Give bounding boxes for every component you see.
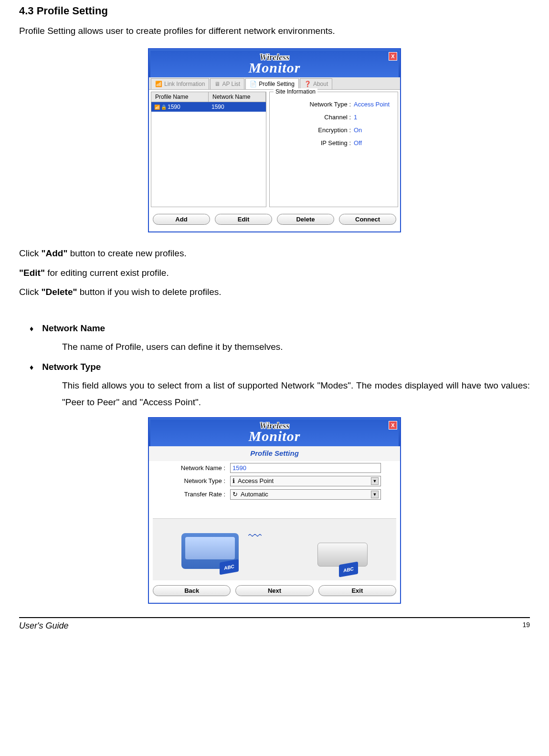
info-row-ip-setting: IP Setting : Off: [275, 139, 392, 147]
tab-label: Link Information: [164, 81, 205, 87]
profile-row[interactable]: 📶 🔒 1590 1590: [151, 102, 266, 112]
tab-ap-list[interactable]: 🖥 AP List: [210, 78, 244, 89]
form-area: Network Name : Network Type : ℹ Access P…: [149, 461, 400, 518]
header-network-name[interactable]: Network Name: [209, 92, 266, 102]
tab-link-information[interactable]: 📶 Link Information: [151, 78, 209, 89]
list-header: Profile Name Network Name: [151, 92, 266, 102]
def-body-network-type: This field allows you to select from a l…: [62, 377, 530, 410]
info-row-encryption: Encryption : On: [275, 126, 392, 134]
info-value: On: [354, 126, 392, 134]
chevron-down-icon: ▼: [371, 491, 379, 498]
profile-name-value: 1590: [168, 104, 180, 110]
page-number: 19: [522, 621, 530, 631]
app-logo: Wireless Monitor: [249, 421, 301, 444]
diamond-bullet-icon: ♦: [30, 363, 33, 372]
help-icon: ❓: [304, 81, 311, 87]
diamond-bullet-icon: ♦: [30, 325, 33, 333]
tab-profile-setting[interactable]: 📄 Profile Setting: [245, 78, 299, 89]
def-item-network-type: ♦ Network Type: [19, 362, 530, 372]
profile-list: Profile Name Network Name 📶 🔒 1590 1590: [151, 92, 266, 207]
page-footer: User's Guide 19: [19, 617, 530, 631]
wireless-monitor-window-2: X Wireless Monitor Profile Setting Netwo…: [148, 417, 401, 604]
cell-profile-name: 📶 🔒 1590: [151, 102, 209, 112]
back-button[interactable]: Back: [153, 585, 231, 596]
site-information-panel: Site Information Network Type : Access P…: [269, 92, 398, 207]
logo-monitor: Monitor: [249, 428, 301, 444]
def-body-network-name: The name of Profile, users can define it…: [62, 338, 530, 355]
form-row-transfer-rate: Transfer Rate : ↻ Automatic ▼: [168, 489, 381, 500]
titlebar-inner: X Wireless Monitor: [150, 420, 399, 446]
content-area: Profile Name Network Name 📶 🔒 1590 1590 …: [149, 90, 400, 209]
definition-list: ♦ Network Name The name of Profile, user…: [19, 323, 530, 410]
tab-label: Profile Setting: [259, 81, 295, 87]
close-button[interactable]: X: [389, 421, 397, 430]
instruction-delete: Click "Delete" button if you wish to del…: [19, 285, 530, 299]
exit-button[interactable]: Exit: [318, 585, 396, 596]
info-label: Network Type :: [310, 101, 351, 108]
wireless-monitor-window-1: X Wireless Monitor 📶 Link Information 🖥 …: [148, 48, 401, 232]
chevron-down-icon: ▼: [371, 477, 379, 485]
def-item-network-name: ♦ Network Name: [19, 323, 530, 334]
app-logo: Wireless Monitor: [249, 52, 301, 76]
section-title: 4.3 Profile Setting: [19, 5, 530, 17]
form-row-network-name: Network Name :: [168, 463, 381, 473]
network-name-input[interactable]: [230, 463, 381, 473]
info-value: 1: [354, 114, 392, 121]
network-type-select[interactable]: ℹ Access Point ▼: [230, 476, 381, 486]
list-icon: 🖥: [214, 81, 220, 87]
info-row-channel: Channel : 1: [275, 114, 392, 121]
abc-label-icon: ABC: [220, 559, 239, 575]
header-profile-name[interactable]: Profile Name: [151, 92, 209, 102]
info-label: Encryption :: [318, 126, 351, 134]
footer-left: User's Guide: [19, 621, 68, 631]
form-label: Network Name :: [168, 464, 230, 472]
tab-label: About: [313, 81, 328, 87]
intro-text: Profile Setting allows user to create pr…: [19, 26, 530, 36]
logo-monitor: Monitor: [249, 60, 301, 75]
tab-about[interactable]: ❓ About: [300, 78, 332, 89]
auto-icon: ↻: [232, 491, 238, 498]
info-row-network-type: Network Type : Access Point: [275, 101, 392, 108]
titlebar: X Wireless Monitor: [149, 418, 400, 446]
button-row: Add Edit Delete Connect: [149, 209, 400, 231]
illustration: 〰 ABC ABC: [153, 518, 396, 580]
info-value: Access Point: [354, 101, 392, 108]
connect-button[interactable]: Connect: [339, 214, 396, 225]
titlebar: X Wireless Monitor: [149, 49, 400, 77]
delete-button[interactable]: Delete: [277, 214, 334, 225]
transfer-rate-select[interactable]: ↻ Automatic ▼: [230, 489, 381, 500]
subtitle-profile-setting: Profile Setting: [149, 446, 400, 461]
tab-label: AP List: [222, 81, 240, 87]
def-title: Network Name: [42, 323, 105, 334]
site-info-title: Site Information: [274, 88, 317, 95]
instruction-add: Click "Add" button to create new profile…: [19, 247, 530, 261]
ap-icon: ℹ: [232, 477, 235, 484]
info-label: Channel :: [324, 114, 351, 121]
select-value: Access Point: [238, 477, 274, 484]
signal-waves-icon: 〰: [248, 528, 262, 544]
router-icon: [317, 543, 368, 567]
ap-icon: 📶: [154, 105, 160, 110]
def-title: Network Type: [42, 362, 101, 372]
abc-label-icon: ABC: [339, 561, 358, 577]
form-row-network-type: Network Type : ℹ Access Point ▼: [168, 476, 381, 486]
instruction-edit: "Edit" for editing current exist profile…: [19, 266, 530, 280]
info-value: Off: [354, 139, 392, 147]
signal-icon: 📶: [155, 81, 162, 87]
profile-icon: 📄: [250, 81, 257, 87]
button-row: Back Next Exit: [149, 580, 400, 603]
cell-network-name: 1590: [209, 102, 266, 112]
lock-icon: 🔒: [161, 105, 167, 110]
form-label: Transfer Rate :: [168, 491, 230, 498]
next-button[interactable]: Next: [235, 585, 313, 596]
form-label: Network Type :: [168, 477, 230, 484]
select-value: Automatic: [241, 491, 268, 498]
info-label: IP Setting :: [321, 139, 351, 147]
edit-button[interactable]: Edit: [215, 214, 272, 225]
titlebar-inner: X Wireless Monitor: [150, 51, 399, 77]
close-button[interactable]: X: [389, 52, 397, 61]
add-button[interactable]: Add: [153, 214, 210, 225]
